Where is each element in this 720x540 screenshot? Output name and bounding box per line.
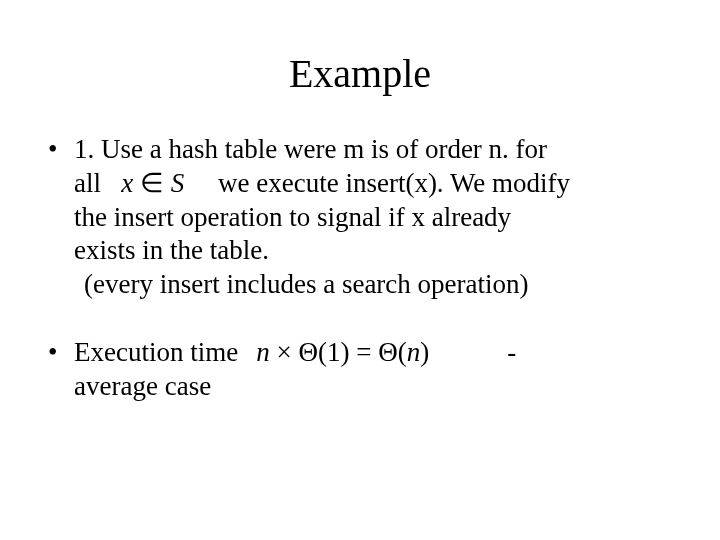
bullet-2-left-1: Execution time [74, 337, 238, 367]
equals-icon: = [356, 337, 371, 367]
bullet-1: 1. Use a hash table were m is of order n… [48, 133, 672, 302]
bullet-1-line-4: exists in the table. [74, 235, 269, 265]
math-x-in-s: x ∈ S [121, 168, 191, 198]
bullet-2-left-2: average case [74, 371, 211, 401]
math-var-x: x [121, 168, 133, 198]
theta-close: ) [420, 337, 429, 367]
math-complexity: n × Θ(1) = Θ(n) [256, 337, 429, 367]
dash: - [507, 337, 516, 367]
bullet-1-line-2a: all [74, 168, 101, 198]
math-set-s: S [171, 168, 185, 198]
times-icon: × [276, 337, 291, 367]
theta-open: Θ( [378, 337, 407, 367]
element-of-icon: ∈ [140, 168, 164, 198]
bullet-2: Execution time n × Θ(1) = Θ(n) - average [48, 336, 672, 404]
slide-body: 1. Use a hash table were m is of order n… [48, 133, 672, 403]
theta-1: Θ(1) [298, 337, 349, 367]
bullet-1-paren: (every insert includes a search operatio… [74, 269, 529, 299]
slide: Example 1. Use a hash table were m is of… [0, 0, 720, 540]
math-var-n-2: n [407, 337, 421, 367]
slide-title: Example [48, 50, 672, 97]
bullet-1-line-1: 1. Use a hash table were m is of order n… [74, 134, 547, 164]
bullet-1-line-2b: we execute insert(x). We modify [218, 168, 570, 198]
math-var-n: n [256, 337, 270, 367]
bullet-1-line-3: the insert operation to signal if x alre… [74, 202, 511, 232]
